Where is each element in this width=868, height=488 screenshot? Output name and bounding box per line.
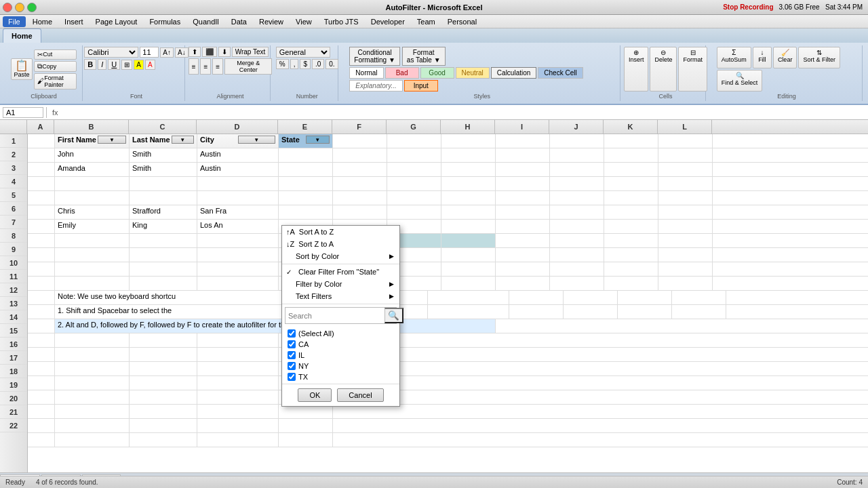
cell-B9[interactable]: [55, 248, 130, 262]
filter-cancel-button[interactable]: Cancel: [337, 388, 383, 402]
cell-D6[interactable]: San Fra: [197, 205, 279, 219]
cell-D1[interactable]: City ▼: [197, 134, 279, 148]
menu-home[interactable]: Home: [27, 16, 58, 27]
cell-B7[interactable]: Emily: [55, 220, 130, 233]
cell-I1[interactable]: [496, 134, 550, 148]
delete-button[interactable]: ⊖ Delete: [650, 47, 677, 92]
city-filter-arrow[interactable]: ▼: [238, 136, 276, 144]
window-controls[interactable]: [3, 3, 37, 12]
fill-button[interactable]: ↓ Fill: [753, 47, 772, 68]
style-good[interactable]: Good: [420, 67, 454, 79]
cell-F3[interactable]: [333, 163, 387, 176]
filter-item-CA[interactable]: CA: [282, 339, 399, 350]
cell-A2[interactable]: [28, 148, 55, 162]
cell-B16[interactable]: [55, 348, 130, 361]
cell-B19[interactable]: [55, 390, 130, 404]
cell-E22[interactable]: [279, 433, 333, 447]
cell-H5[interactable]: [441, 191, 496, 205]
font-name-select[interactable]: Calibri: [84, 47, 138, 58]
cell-G4[interactable]: [387, 177, 441, 190]
cell-G6[interactable]: [387, 205, 441, 219]
cell-A12[interactable]: [28, 291, 55, 304]
cell-I2[interactable]: [496, 148, 550, 162]
row-header-16[interactable]: 16: [0, 338, 27, 351]
cell-J8[interactable]: [550, 234, 604, 247]
cell-I7[interactable]: [496, 220, 550, 233]
align-middle-button[interactable]: ⬛: [202, 47, 217, 57]
cell-F13[interactable]: [564, 305, 618, 319]
highlight-button[interactable]: A: [134, 60, 144, 70]
find-select-button[interactable]: 🔍 Find & Select: [717, 70, 763, 92]
style-explanatory[interactable]: Explanatory...: [349, 80, 402, 92]
cell-J9[interactable]: [550, 248, 604, 262]
paste-button[interactable]: 📋 Paste: [11, 58, 33, 80]
align-center-button[interactable]: ≡: [200, 58, 211, 75]
currency-button[interactable]: $: [300, 59, 311, 69]
cell-J11[interactable]: [550, 277, 604, 290]
col-header-D[interactable]: D: [197, 120, 278, 134]
formula-input[interactable]: [64, 108, 865, 117]
menu-data[interactable]: Data: [226, 16, 252, 27]
cell-reference-box[interactable]: [3, 107, 43, 118]
cell-E1[interactable]: State ▼: [279, 134, 333, 148]
wrap-text-button[interactable]: Wrap Text: [232, 47, 269, 57]
cell-B21[interactable]: [55, 419, 130, 432]
col-header-J[interactable]: J: [549, 120, 604, 134]
cell-C4[interactable]: [130, 177, 197, 190]
col-header-F[interactable]: F: [332, 120, 387, 134]
row-header-21[interactable]: 21: [0, 405, 27, 419]
filter-CA-checkbox[interactable]: [288, 340, 296, 348]
cell-D20[interactable]: [197, 405, 279, 418]
col-header-A[interactable]: A: [27, 120, 54, 134]
cell-B10[interactable]: [55, 262, 130, 276]
cell-H4[interactable]: [441, 177, 496, 190]
cell-D10[interactable]: [197, 262, 279, 276]
cell-B1[interactable]: First Name ▼: [55, 134, 130, 148]
cell-C21[interactable]: [130, 419, 197, 432]
cell-K9[interactable]: [604, 248, 658, 262]
state-filter-arrow[interactable]: ▼: [306, 136, 330, 144]
menu-quandil[interactable]: QuandIl: [187, 16, 224, 27]
cell-D4[interactable]: [197, 177, 279, 190]
cell-F6[interactable]: [333, 205, 387, 219]
cell-I10[interactable]: [496, 262, 550, 276]
cell-D17[interactable]: [197, 362, 279, 375]
cell-D5[interactable]: [197, 191, 279, 205]
cell-H9[interactable]: [441, 248, 496, 262]
align-bottom-button[interactable]: ⬇: [218, 47, 231, 57]
menu-developer[interactable]: Developer: [366, 16, 410, 27]
conditional-formatting-button[interactable]: ConditionalFormatting ▼: [349, 47, 399, 66]
cell-L10[interactable]: [658, 262, 713, 276]
decrease-font-button[interactable]: A↓: [175, 47, 189, 58]
row-header-1[interactable]: 1: [0, 134, 27, 148]
cell-C3[interactable]: Smith: [130, 163, 197, 176]
cell-B5[interactable]: [55, 191, 130, 205]
format-painter-button[interactable]: 🖌 Format Painter: [34, 73, 77, 89]
cell-C16[interactable]: [130, 348, 197, 361]
cell-D15[interactable]: [197, 333, 279, 347]
row-header-3[interactable]: 3: [0, 161, 27, 175]
cell-I6[interactable]: [496, 205, 550, 219]
cell-C15[interactable]: [130, 333, 197, 347]
clear-button[interactable]: 🧹 Clear: [773, 47, 797, 68]
underline-button[interactable]: U: [108, 59, 120, 70]
cell-C1[interactable]: Last Name ▼: [130, 134, 197, 148]
cell-I3[interactable]: [496, 163, 550, 176]
col-header-K[interactable]: K: [604, 120, 658, 134]
cell-A19[interactable]: [28, 390, 55, 404]
cell-J7[interactable]: [550, 220, 604, 233]
cell-A5[interactable]: [28, 191, 55, 205]
cell-D9[interactable]: [197, 248, 279, 262]
cell-L8[interactable]: [658, 234, 713, 247]
row-header-9[interactable]: 9: [0, 243, 27, 256]
percent-button[interactable]: %: [276, 59, 289, 69]
row-header-20[interactable]: 20: [0, 392, 27, 405]
cell-C8[interactable]: [130, 234, 197, 247]
cell-K1[interactable]: [604, 134, 658, 148]
filter-select-all[interactable]: (Select All): [282, 328, 399, 339]
cell-J5[interactable]: [550, 191, 604, 205]
menu-personal[interactable]: Personal: [442, 16, 482, 27]
row-header-19[interactable]: 19: [0, 378, 27, 392]
cell-J3[interactable]: [550, 163, 604, 176]
cell-A15[interactable]: [28, 333, 55, 347]
